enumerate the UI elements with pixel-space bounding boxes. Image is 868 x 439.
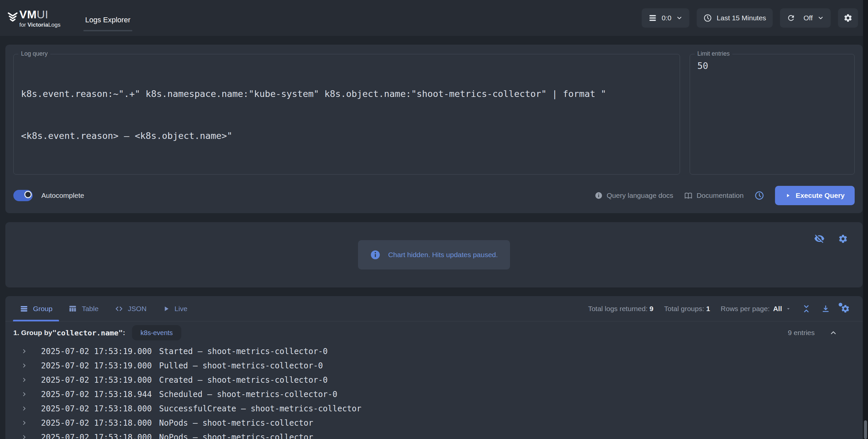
tab-group-label: Group (33, 305, 52, 313)
group-title-prefix: 1. Group by (13, 329, 52, 337)
log-row[interactable]: 2025-07-02 17:53:18.000 SuccessfulCreate… (5, 401, 863, 416)
execute-query-button[interactable]: Execute Query (775, 186, 855, 205)
log-message: Scheduled – shoot-metrics-collector-0 (159, 390, 337, 399)
gear-icon (843, 13, 852, 23)
chevron-right-icon[interactable] (21, 406, 27, 411)
tab-live[interactable]: Live (156, 296, 194, 321)
results-stats: Total logs returned: 9 Total groups: 1 R… (588, 304, 850, 313)
time-range-button[interactable]: Last 15 Minutes (697, 8, 773, 28)
query-line-2: <k8s.event.reason> – <k8s.object.name>" (21, 129, 672, 143)
query-history-icon[interactable] (754, 191, 764, 201)
download-icon[interactable] (822, 304, 830, 313)
limit-entries-input[interactable]: Limit entries 50 (690, 54, 855, 174)
chart-settings-gear-icon[interactable] (838, 234, 848, 244)
autocomplete-toggle[interactable] (13, 190, 33, 201)
query-language-docs-link[interactable]: Query language docs (595, 192, 673, 200)
log-timestamp: 2025-07-02 17:53:19.000 (41, 347, 152, 356)
group-field-name: "collector.name" (52, 329, 123, 337)
chevron-right-icon[interactable] (21, 434, 27, 439)
chevron-right-icon[interactable] (21, 348, 27, 354)
chevron-right-icon[interactable] (21, 363, 27, 368)
hide-chart-icon[interactable] (814, 234, 825, 244)
log-timestamp: 2025-07-02 17:53:18.000 (41, 418, 152, 428)
tenant-select-button[interactable]: 0:0 (642, 8, 689, 28)
rows-per-page-select[interactable]: Rows per page: All (721, 305, 791, 313)
chart-panel: Chart hidden. Hits updates paused. (5, 222, 863, 288)
log-timestamp: 2025-07-02 17:53:18.000 (41, 404, 152, 413)
tab-logs-explorer-label: Logs Explorer (85, 16, 131, 24)
logs-explorer-app: VMUI for VictoriaLogs Logs Explorer 0:0 (0, 0, 868, 439)
chevron-right-icon[interactable] (21, 377, 27, 383)
log-query-input[interactable]: Log query k8s.event.reason:~".+" k8s.nam… (13, 54, 680, 174)
chevron-right-icon[interactable] (21, 392, 27, 397)
app-header: VMUI for VictoriaLogs Logs Explorer 0:0 (0, 0, 868, 36)
log-row[interactable]: 2025-07-02 17:53:18.000 NoPods – shoot-m… (5, 416, 863, 430)
log-timestamp: 2025-07-02 17:53:18.944 (41, 390, 152, 399)
autorefresh-control[interactable]: Off (780, 8, 831, 28)
chevron-right-icon[interactable] (21, 420, 27, 426)
logo-text: VMUI for VictoriaLogs (19, 9, 61, 28)
tab-table[interactable]: Table (62, 296, 105, 321)
log-timestamp: 2025-07-02 17:53:19.000 (41, 375, 152, 385)
log-query-label: Log query (18, 50, 50, 57)
header-controls: 0:0 Last 15 Minutes Off (642, 8, 858, 28)
documentation-link[interactable]: Documentation (684, 191, 744, 200)
log-row[interactable]: 2025-07-02 17:53:19.000 Started – shoot-… (5, 344, 863, 359)
toggle-knob (24, 191, 32, 198)
log-row[interactable]: 2025-07-02 17:53:19.000 Created – shoot-… (5, 373, 863, 387)
log-row[interactable]: 2025-07-02 17:53:19.000 Pulled – shoot-m… (5, 359, 863, 373)
vm-logo-icon (7, 11, 19, 23)
group-title-colon: : (123, 329, 125, 337)
total-groups-stat: Total groups: 1 (664, 305, 710, 313)
log-message: SuccessfulCreate – shoot-metrics-collect… (159, 404, 361, 413)
results-settings-gear-icon[interactable] (841, 304, 850, 313)
log-row[interactable]: 2025-07-02 17:53:18.000 NoPods – shoot-m… (5, 430, 863, 439)
tab-logs-explorer[interactable]: Logs Explorer (80, 0, 136, 36)
chevron-up-icon[interactable] (829, 329, 837, 337)
info-circle-icon (370, 249, 381, 260)
tab-group[interactable]: Group (13, 296, 59, 321)
play-icon (163, 305, 170, 312)
limit-entries-value: 50 (698, 59, 847, 73)
documentation-label: Documentation (697, 192, 744, 200)
tab-table-label: Table (82, 305, 98, 313)
chevron-down-icon (785, 306, 791, 312)
table-icon (68, 304, 77, 313)
query-line-1: k8s.event.reason:~".+" k8s.namespace.nam… (21, 87, 672, 101)
chevron-down-icon (817, 15, 824, 21)
execute-query-label: Execute Query (796, 192, 845, 200)
query-language-docs-label: Query language docs (607, 192, 673, 200)
tab-live-label: Live (175, 305, 188, 313)
group-entries-count: 9 entries (788, 329, 815, 337)
group-list-icon (20, 304, 28, 313)
group-value-badge[interactable]: k8s-events (132, 325, 182, 340)
log-message: Pulled – shoot-metrics-collector-0 (159, 361, 323, 370)
brand-ui: UI (37, 8, 48, 21)
view-tabs: Group Table JSON (13, 296, 197, 321)
tab-json[interactable]: JSON (108, 296, 153, 321)
scrollbar-thumb[interactable] (864, 420, 867, 439)
play-icon (785, 193, 791, 199)
global-settings-button[interactable] (838, 8, 858, 28)
autocomplete-label: Autocomplete (41, 192, 84, 200)
group-header: 1. Group by "collector.name" : k8s-event… (5, 322, 863, 342)
autorefresh-value: Off (803, 14, 813, 22)
log-list: 2025-07-02 17:53:19.000 Started – shoot-… (5, 342, 863, 439)
log-timestamp: 2025-07-02 17:53:19.000 (41, 361, 152, 370)
refresh-icon[interactable] (787, 14, 795, 22)
vmui-logo[interactable]: VMUI for VictoriaLogs (7, 9, 61, 28)
log-message: NoPods – shoot-metrics-collector (159, 433, 313, 439)
collapse-all-icon[interactable] (802, 304, 811, 313)
group-entries: 9 entries (788, 329, 837, 337)
time-range-value: Last 15 Minutes (717, 14, 766, 22)
log-row[interactable]: 2025-07-02 17:53:18.944 Scheduled – shoo… (5, 387, 863, 401)
brand-vm: VM (19, 8, 37, 21)
tab-json-label: JSON (128, 305, 147, 313)
page-scrollbar[interactable] (863, 0, 868, 439)
log-timestamp: 2025-07-02 17:53:18.000 (41, 433, 152, 439)
total-logs-stat: Total logs returned: 9 (588, 305, 653, 313)
results-panel: Group Table JSON (5, 296, 863, 439)
info-icon (595, 192, 603, 200)
tenant-list-icon (648, 14, 657, 22)
code-icon (115, 304, 123, 313)
